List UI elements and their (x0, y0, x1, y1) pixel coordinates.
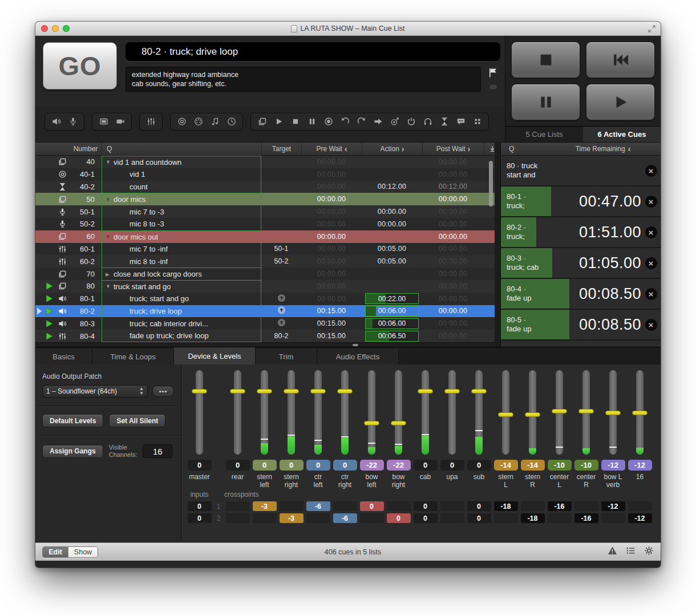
channel-level-value[interactable]: -12 (628, 460, 652, 471)
column-header-q[interactable]: Q (102, 143, 261, 155)
pre-wait-value[interactable]: 00:15.00 (301, 332, 362, 340)
fader-thumb[interactable] (284, 389, 299, 394)
flag-toggle[interactable] (489, 84, 497, 90)
cue-row-40-2[interactable]: 40-2count00:00.0000:12.0000:12.00 (35, 181, 495, 193)
undo-cue-icon[interactable] (340, 117, 350, 127)
record-cue-icon[interactable] (323, 117, 333, 127)
active-cue-row[interactable]: 80 · truckstart and× (501, 156, 661, 187)
column-header-sort[interactable] (484, 143, 500, 155)
crosspoint-cell[interactable] (253, 513, 277, 523)
horizontal-scrollbar[interactable] (35, 342, 495, 347)
cue-name-cell[interactable]: mic 7 to -inf (102, 243, 261, 256)
cue-row-80-3[interactable]: 80-3truck; cab interior drivi...00:15.00… (35, 317, 495, 330)
crosspoint-cell[interactable] (387, 501, 411, 511)
channel-level-value[interactable]: 0 (414, 460, 438, 471)
cue-name-cell[interactable]: mic 8 to -inf (102, 255, 261, 268)
assign-gangs-button[interactable]: Assign Gangs (42, 445, 103, 458)
cue-row-60-2[interactable]: 60-2mic 8 to -inf50-200:00.0000:05.0000:… (35, 255, 495, 268)
power-cue-icon[interactable] (406, 117, 416, 127)
crosspoint-cell[interactable] (360, 513, 384, 523)
group-cue-icon[interactable] (257, 117, 267, 127)
pause-button[interactable] (511, 84, 580, 120)
play-cue-icon[interactable] (274, 117, 284, 127)
pre-wait-value[interactable]: 00:00.00 (301, 183, 362, 191)
cue-name-cell[interactable]: fade up truck; drive loop (102, 330, 261, 342)
fader-track[interactable] (422, 370, 429, 455)
crosspoint-cell[interactable]: -6 (333, 513, 357, 523)
post-wait-value[interactable]: 00:00.00 (422, 245, 484, 253)
channel-level-value[interactable]: 0 (306, 460, 330, 471)
cue-name-cell[interactable]: ▼door mics out (102, 230, 261, 243)
channel-level-value[interactable]: 0 (253, 460, 277, 471)
tab-time-loops[interactable]: Time & Loops (92, 348, 174, 364)
column-header-target[interactable]: Target (261, 143, 301, 155)
cue-name-cell[interactable]: mic 7 to -3 (102, 205, 261, 218)
action-value[interactable]: 00:06.50 (362, 331, 422, 342)
clear-cue-button[interactable]: × (645, 319, 657, 331)
column-header-number[interactable]: Number (70, 143, 102, 155)
cue-row-60[interactable]: 60▼door mics out00:00.0000:00.00 (35, 230, 495, 243)
cue-row-50-2[interactable]: 50-2mic 8 to -300:00.0000:00.0000:00.00 (35, 218, 495, 230)
post-wait-value[interactable]: 00:00.00 (422, 307, 484, 315)
cue-row-40-1[interactable]: 40-1vid 100:00.0000:00.00 (35, 168, 495, 181)
fader-track[interactable] (502, 370, 509, 455)
fader-thumb[interactable] (230, 389, 245, 394)
mic-cue-icon[interactable] (68, 117, 78, 127)
dart-cue-icon[interactable] (390, 117, 399, 127)
action-value[interactable]: 00:05.00 (362, 245, 422, 253)
crosspoint-cell[interactable] (601, 513, 625, 523)
fader-thumb[interactable] (310, 389, 326, 394)
cue-name-cell[interactable]: ▼vid 1 and countdown (102, 156, 261, 168)
memo-cue-icon[interactable] (456, 117, 466, 127)
rewind-button[interactable] (586, 42, 655, 78)
cue-name-cell[interactable]: mic 8 to -3 (102, 218, 261, 230)
cue-name-cell[interactable]: ▼door mics (102, 193, 261, 205)
matrix-master-value[interactable]: 0 (188, 501, 212, 511)
cue-row-40[interactable]: 40▼vid 1 and countdown00:00.0000:00.00 (35, 156, 495, 168)
post-wait-value[interactable]: 00:00.00 (422, 233, 484, 241)
redo-cue-icon[interactable] (357, 117, 366, 127)
crosspoint-cell[interactable] (440, 513, 464, 523)
audio-patch-select[interactable]: 1 – Soundflower (64ch) ▲▼ (42, 385, 148, 398)
crosspoint-cell[interactable]: 0 (360, 501, 384, 511)
active-cue-row[interactable]: 80-5 ·fade up00:08.50× (501, 310, 661, 341)
disclosure-triangle-icon[interactable]: ▼ (106, 283, 114, 289)
disclosure-triangle-icon[interactable]: ▼ (106, 234, 114, 240)
post-wait-value[interactable]: 00:00.00 (422, 257, 484, 265)
clear-cue-button[interactable]: × (645, 257, 657, 269)
pre-wait-value[interactable]: 00:00.00 (301, 257, 362, 265)
video-cue-icon[interactable] (99, 117, 108, 127)
music-note-cue-icon[interactable] (210, 117, 220, 127)
cart-cue-icon[interactable] (472, 117, 482, 127)
video-target-cue-icon[interactable] (177, 117, 187, 127)
minimize-button-icon[interactable] (52, 25, 59, 32)
cue-row-70[interactable]: 70▶close and lock cargo doors00:00.0000:… (35, 268, 495, 280)
cue-name-cell[interactable]: count (102, 181, 261, 193)
crosspoint-cell[interactable]: 0 (414, 501, 438, 511)
crosspoint-cell[interactable]: -16 (548, 501, 572, 511)
channel-level-value[interactable]: 0 (440, 460, 464, 471)
hourglass-cue-icon[interactable] (439, 117, 449, 127)
clear-cue-button[interactable]: × (645, 165, 657, 177)
channel-level-value[interactable]: 0 (467, 460, 491, 471)
vertical-scrollbar[interactable] (489, 161, 493, 206)
tab-trim[interactable]: Trim (256, 348, 317, 364)
fader-thumb[interactable] (257, 389, 272, 394)
cue-row-60-1[interactable]: 60-1mic 7 to -inf50-100:00.0000:05.0000:… (35, 243, 495, 256)
active-q-header[interactable]: Q (501, 145, 545, 153)
fader-track[interactable] (234, 370, 241, 455)
crosspoint-cell[interactable]: 0 (414, 513, 438, 523)
fader-thumb[interactable] (552, 409, 567, 414)
fader-track[interactable] (636, 370, 644, 455)
clear-cue-button[interactable]: × (645, 226, 657, 238)
fader-thumb[interactable] (632, 411, 648, 415)
fader-track[interactable] (475, 370, 483, 455)
action-value[interactable]: 00:05.00 (362, 257, 422, 265)
cue-row-50[interactable]: 50▼door mics00:00.0000:00.00 (35, 193, 495, 205)
post-wait-value[interactable]: 00:00.00 (422, 332, 484, 340)
cue-name-cell[interactable]: ▼truck start and go (102, 280, 261, 293)
crosspoint-cell[interactable] (548, 513, 572, 523)
matrix-master-value[interactable]: 0 (188, 513, 212, 523)
fader-track[interactable] (196, 370, 203, 455)
list-icon[interactable] (626, 546, 636, 558)
